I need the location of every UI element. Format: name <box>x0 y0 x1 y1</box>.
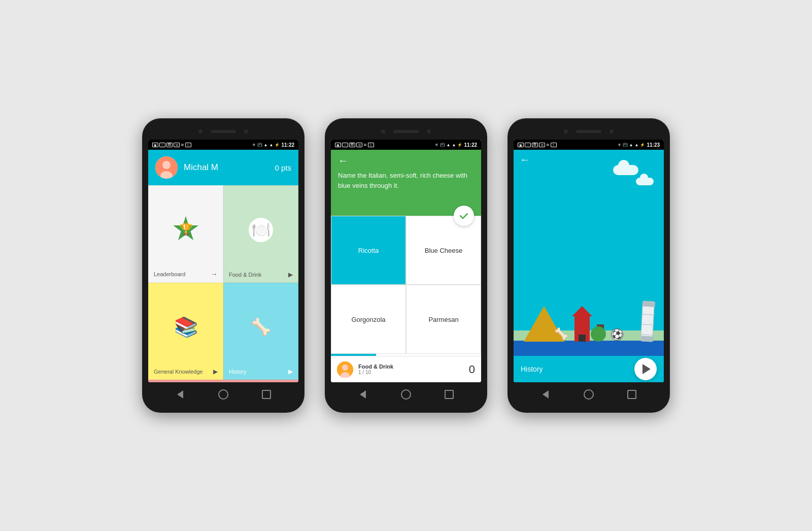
phone-1-screen: ▣ ⌂ 🖼 ✉ ≋ L ✳ 📳 ▲ ▲ ⚡ 11:22 <box>148 140 298 382</box>
play-triangle-icon <box>642 364 651 374</box>
sim-icon-3: ▣ <box>518 143 524 147</box>
answer-gorgonzola-text: Gorgonzola <box>351 316 385 323</box>
home-nav-btn[interactable] <box>217 388 229 401</box>
cloud-1 <box>613 165 638 175</box>
status-bar-2: ▣ ⌂ 🖼 ✉ ≋ L ✳ 📳 ▲ ▲ ⚡ 11:22 <box>331 140 481 150</box>
status-icons-right: ✳ 📳 ▲ ▲ ⚡ 11:22 <box>252 142 294 148</box>
bluetooth-icon-2: ✳ <box>435 143 438 147</box>
answer-gorgonzola[interactable]: Gorgonzola <box>331 285 406 354</box>
wifi-icon-2: ▲ <box>447 143 451 147</box>
phone-1: ▣ ⌂ 🖼 ✉ ≋ L ✳ 📳 ▲ ▲ ⚡ 11:22 <box>142 118 304 413</box>
p3-play-button[interactable] <box>634 358 657 380</box>
home-circle-icon-3 <box>584 389 594 400</box>
history-label: History <box>229 369 246 375</box>
user-points: 0 pts <box>275 163 291 172</box>
img-icon-2: 🖼 <box>349 143 355 147</box>
cell-general-knowledge[interactable]: 📚 General Knowledge ▶ <box>148 283 223 380</box>
p2-category-label: Food & Drink <box>358 363 464 370</box>
status-icons-right-2: ✳ 📳 ▲ ▲ ⚡ 11:22 <box>435 142 477 148</box>
status-icons-left-3: ▣ ⌂ 🖼 ✉ ≋ L <box>518 143 557 147</box>
mail-icon-2: ✉ <box>356 143 362 147</box>
answer-ricotta[interactable]: Ricotta <box>331 216 406 285</box>
dino-fossil-icon: 🦴 <box>251 317 271 337</box>
signal-bars-2: ▲ <box>452 143 456 147</box>
p1-grid: 🏆 Leaderboard → 🍽️ Food & Drink ▶ <box>148 185 298 380</box>
avatar-1 <box>155 156 178 179</box>
charge-icon-3: ⚡ <box>640 143 645 147</box>
phone-2-screen: ▣ ⌂ 🖼 ✉ ≋ L ✳ 📳 ▲ ▲ ⚡ 11:22 ← Name the I… <box>331 140 481 382</box>
leaderboard-icon-area: 🏆 <box>154 192 218 267</box>
home-circle-icon-2 <box>401 389 411 400</box>
vibrate-icon-3: 📳 <box>623 143 628 147</box>
charge-icon-2: ⚡ <box>457 143 462 147</box>
signal-icon-2: ≋ <box>363 143 367 147</box>
status-icons-right-3: ✳ 📳 ▲ ▲ ⚡ 11:23 <box>618 142 660 148</box>
p2-progress-label: 1 / 10 <box>358 370 464 375</box>
p2-back-button[interactable]: ← <box>338 155 474 167</box>
signal-icon-3: ≋ <box>546 143 550 147</box>
p2-answers-grid: Ricotta Blue Cheese Gorgonzola Parmesan <box>331 216 481 354</box>
phone-top-bar-3 <box>514 124 664 139</box>
sim-icon: ▣ <box>152 143 158 147</box>
app-icon-2: L <box>368 143 374 147</box>
camera-dot-6 <box>610 129 614 134</box>
camera-dot <box>198 129 202 134</box>
svg-point-4 <box>342 364 348 371</box>
food-label-row: Food & Drink ▶ <box>229 271 293 278</box>
food-icon-area: 🍽️ <box>229 192 293 268</box>
status-time-1: 11:22 <box>281 142 294 148</box>
answer-parmesan-text: Parmesan <box>428 316 458 323</box>
general-label: General Knowledge <box>154 369 203 375</box>
recent-nav-btn[interactable] <box>260 388 273 401</box>
cell-food-drink[interactable]: 🍽️ Food & Drink ▶ <box>223 185 298 283</box>
recent-nav-btn-2[interactable] <box>443 388 455 401</box>
pagoda-icon <box>574 316 590 342</box>
home-circle-icon <box>218 389 228 400</box>
food-label: Food & Drink <box>229 272 261 278</box>
charge-icon: ⚡ <box>275 143 280 147</box>
camera-dot-4 <box>427 129 431 134</box>
user-name: Michal M <box>184 162 268 173</box>
app-icon: L <box>185 143 191 147</box>
books-pencil-icon: 📚 <box>174 316 198 338</box>
p3-back-button[interactable]: ← <box>520 154 530 165</box>
p2-score-value: 0 <box>469 363 475 376</box>
checkmark-button[interactable] <box>454 206 474 226</box>
sky-bg: 🦴 ⚽ <box>514 150 664 356</box>
p2-question-text: Name the Italian, semi-soft, rich cheese… <box>338 171 474 190</box>
speaker-bar-2 <box>393 130 419 133</box>
back-nav-btn-2[interactable] <box>357 388 369 401</box>
home-nav-btn-2[interactable] <box>400 388 412 401</box>
cloud-2 <box>636 178 654 185</box>
p2-avatar-svg <box>337 361 353 378</box>
leaderboard-arrow: → <box>211 270 218 278</box>
avatar-svg <box>155 156 178 179</box>
answer-blue-cheese-text: Blue Cheese <box>425 247 462 254</box>
wifi-icon: ▲ <box>264 143 268 147</box>
avatar-face <box>155 156 178 179</box>
signal-icon: ≋ <box>181 143 184 147</box>
phone-top-bar-2 <box>331 124 481 139</box>
speaker-bar <box>211 130 236 133</box>
status-icons-left: ▣ ⌂ 🖼 ✉ ≋ L <box>152 143 191 147</box>
home-icon-2: ⌂ <box>342 143 348 147</box>
cell-history[interactable]: 🦴 History ▶ <box>223 283 298 380</box>
back-nav-btn-3[interactable] <box>539 388 552 401</box>
answer-parmesan[interactable]: Parmesan <box>406 285 481 354</box>
checkmark-icon <box>459 211 469 221</box>
back-nav-btn[interactable] <box>174 388 186 401</box>
camera-dot-2 <box>244 129 248 134</box>
phone-2-bottom-nav <box>331 382 481 407</box>
camera-dot-5 <box>564 129 568 134</box>
phone-top-bar-1 <box>148 124 298 139</box>
recent-nav-btn-3[interactable] <box>626 388 638 401</box>
general-play-icon: ▶ <box>213 368 218 375</box>
bluetooth-icon-3: ✳ <box>618 143 621 147</box>
signal-bars-3: ▲ <box>635 143 639 147</box>
bluetooth-icon: ✳ <box>252 143 256 147</box>
food-play-icon: ▶ <box>288 271 293 278</box>
answer-blue-cheese[interactable]: Blue Cheese <box>406 216 481 285</box>
home-nav-btn-3[interactable] <box>583 388 595 401</box>
cell-leaderboard[interactable]: 🏆 Leaderboard → <box>148 185 223 283</box>
phone-2: ▣ ⌂ 🖼 ✉ ≋ L ✳ 📳 ▲ ▲ ⚡ 11:22 ← Name the I… <box>325 118 487 413</box>
